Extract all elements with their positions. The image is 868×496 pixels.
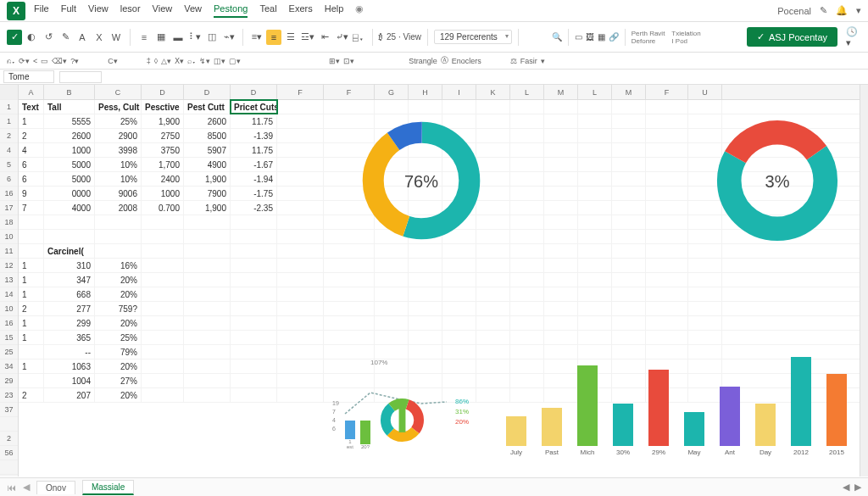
menu-pestong[interactable]: Pestong <box>214 3 248 18</box>
history-icon[interactable]: 🕓▾ <box>846 30 861 45</box>
prev-sheet-icon[interactable]: ◀ <box>23 482 30 493</box>
wrap-icon[interactable]: ⤶▾ <box>334 30 349 45</box>
scroll-left-icon[interactable]: ◀ <box>843 482 849 493</box>
dropdown-icon[interactable]: ⠇▾ <box>187 30 203 45</box>
col-header[interactable]: M <box>544 85 578 99</box>
sheet-tab-1[interactable]: Massiale <box>82 480 134 495</box>
col-header[interactable]: K <box>476 85 510 99</box>
row-header[interactable]: 5 <box>0 158 18 172</box>
col-header[interactable]: G <box>375 85 409 99</box>
col-header[interactable]: A <box>19 85 44 99</box>
redo-icon[interactable]: ↺ <box>41 30 56 45</box>
edit-icon[interactable]: ✎ <box>820 5 827 16</box>
row-header[interactable]: 4 <box>0 143 18 158</box>
bold-icon[interactable]: W <box>108 30 124 45</box>
menu-help[interactable]: Help <box>325 3 344 18</box>
find-icon[interactable]: 🔍 <box>552 32 562 42</box>
undo-icon[interactable]: ◐ <box>24 30 39 45</box>
row-header[interactable]: 34 <box>0 359 18 374</box>
col-header[interactable]: F <box>324 85 375 99</box>
row-header[interactable]: 2 <box>0 129 18 143</box>
col-header[interactable]: I <box>442 85 476 99</box>
cell-grid[interactable]: TextTallPess, CultPesctivePest CuttPrice… <box>19 100 860 403</box>
sort-icon[interactable]: ▾ <box>541 57 545 65</box>
formula-expand[interactable] <box>59 71 102 83</box>
tool2-k[interactable]: Ⅹ▾ <box>175 57 184 65</box>
tool2-f[interactable]: ?▾ <box>70 57 79 65</box>
col-header[interactable]: D <box>142 85 184 99</box>
bell-icon[interactable]: 🔔 <box>836 5 848 16</box>
row-header[interactable]: 1 <box>0 100 18 114</box>
shapes-icon[interactable]: ▭ <box>575 32 582 42</box>
tool2-m[interactable]: ↯▾ <box>199 57 210 65</box>
tool2-c[interactable]: < <box>33 57 37 65</box>
row-header[interactable]: 2 <box>0 432 18 446</box>
name-box[interactable]: Tome <box>3 70 54 83</box>
row-header[interactable]: 13 <box>0 273 18 287</box>
tool2-h[interactable]: ‡ <box>147 57 151 65</box>
menu-fult[interactable]: Fult <box>61 3 76 18</box>
outdent-icon[interactable]: ⇤ <box>317 30 332 45</box>
col-header[interactable]: F <box>646 85 688 99</box>
tool-a-icon[interactable]: ⌁▾ <box>221 30 236 45</box>
col-header[interactable]: F <box>277 85 324 99</box>
save-icon[interactable]: ✓ <box>7 30 22 45</box>
row-header[interactable]: 23 <box>0 388 18 403</box>
align-left-icon[interactable]: ≡ <box>136 30 152 45</box>
strike-icon[interactable]: X <box>92 30 107 45</box>
tool2-d[interactable]: ▭ <box>41 57 48 65</box>
tool2-g[interactable]: C▾ <box>108 57 118 65</box>
image-icon[interactable]: 🖼 <box>586 32 594 42</box>
share-button[interactable]: ✓ ASJ Pocentay <box>747 27 837 47</box>
link-icon[interactable]: 🔗 <box>609 32 619 42</box>
menu-teal[interactable]: Teal <box>259 3 276 18</box>
indent-icon[interactable]: ☲▾ <box>300 30 315 45</box>
menu-view[interactable]: View <box>88 3 108 18</box>
row-header[interactable] <box>0 417 18 432</box>
menu-lesor[interactable]: lesor <box>120 3 141 18</box>
cut-icon[interactable]: A <box>75 30 90 45</box>
tool2-j[interactable]: △▾ <box>161 57 171 65</box>
row-header[interactable]: 14 <box>0 287 18 302</box>
col-header[interactable]: H <box>409 85 442 99</box>
border-icon[interactable]: ▦ <box>153 30 169 45</box>
underline-icon[interactable]: Ⓐ <box>441 55 448 66</box>
menu-exers[interactable]: Exers <box>289 3 313 18</box>
row-header[interactable]: 16 <box>0 187 18 201</box>
chevron-down-icon[interactable]: ▾ <box>856 5 861 16</box>
row-header[interactable]: 25 <box>0 345 18 359</box>
brush-icon[interactable]: ✎ <box>58 30 73 45</box>
align-icon[interactable]: ≡▾ <box>249 30 264 45</box>
row-header[interactable]: 6 <box>0 172 18 187</box>
row-header[interactable]: 1 <box>0 114 18 129</box>
row-header[interactable]: 37 <box>0 403 18 417</box>
account-label[interactable]: Pocenal <box>777 6 811 16</box>
format-group-b[interactable]: ⊡▾ <box>343 57 354 65</box>
menu-view[interactable]: View <box>153 3 173 18</box>
tool2-i[interactable]: ◊ <box>154 57 158 65</box>
col-header[interactable]: L <box>578 85 612 99</box>
grid-icon[interactable]: ▦ <box>598 32 605 42</box>
tool2-o[interactable]: ▢▾ <box>229 57 241 65</box>
row-header[interactable]: 15 <box>0 331 18 345</box>
col-header[interactable]: L <box>510 85 544 99</box>
col-header[interactable]: D <box>231 85 277 99</box>
tool2-n[interactable]: ◫▾ <box>214 57 225 65</box>
row-header[interactable]: 10 <box>0 302 18 316</box>
row-header[interactable]: 17 <box>0 201 18 215</box>
vertical-scrollbar[interactable] <box>860 85 868 476</box>
row-header[interactable]: 56 <box>0 446 18 460</box>
spacing-icon[interactable]: ◫ <box>204 30 220 45</box>
list-icon[interactable]: ☰ <box>283 30 298 45</box>
col-header[interactable]: M <box>612 85 646 99</box>
menu-file[interactable]: File <box>34 3 49 18</box>
help-icon[interactable]: ◉ <box>355 3 364 18</box>
highlight-icon[interactable]: ≡ <box>266 30 281 45</box>
row-header[interactable]: 11 <box>0 244 18 259</box>
fill-icon[interactable]: ▬ <box>170 30 186 45</box>
col-header[interactable]: D <box>184 85 231 99</box>
row-header[interactable]: 18 <box>0 215 18 230</box>
menu-vew[interactable]: Vew <box>184 3 202 18</box>
format-group-a[interactable]: ⊞▾ <box>329 57 340 65</box>
col-header[interactable]: U <box>688 85 722 99</box>
